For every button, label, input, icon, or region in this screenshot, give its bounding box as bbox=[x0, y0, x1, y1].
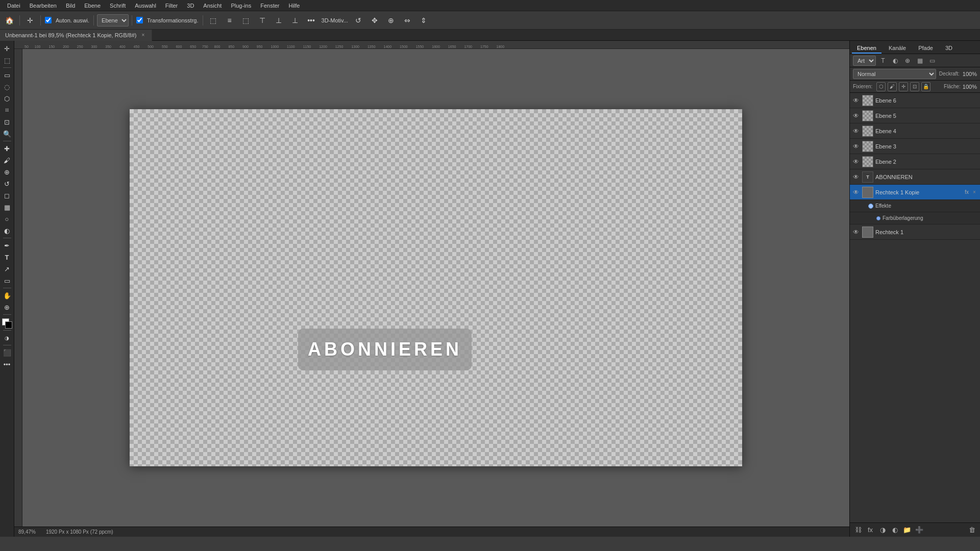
clone-stamp[interactable]: ⊕ bbox=[2, 166, 13, 178]
filter-pixel-btn[interactable]: ▦ bbox=[915, 56, 925, 66]
menu-bearbeiten[interactable]: Bearbeiten bbox=[26, 2, 61, 10]
filter-adj-btn[interactable]: ◐ bbox=[890, 56, 900, 66]
add-adj-btn[interactable]: ◐ bbox=[890, 525, 900, 535]
sublayer-farbuberlagerung[interactable]: Farbüberlagerung bbox=[850, 212, 980, 224]
screen-mode-btn[interactable]: ⬛ bbox=[2, 347, 13, 358]
rotate-3d-btn[interactable]: ↺ bbox=[351, 13, 365, 28]
layer-vis-ebene2[interactable]: 👁 bbox=[852, 158, 860, 165]
pan-3d-btn[interactable]: ✥ bbox=[368, 13, 382, 28]
menu-hilfe[interactable]: Hilfe bbox=[284, 2, 304, 10]
menu-filter[interactable]: Filter bbox=[161, 2, 182, 10]
sublayer-effekte[interactable]: Effekte bbox=[850, 200, 980, 212]
more-options-btn[interactable]: ••• bbox=[304, 13, 318, 28]
layer-vis-rechteck1kopie[interactable]: 👁 bbox=[852, 189, 860, 196]
layer-vis-ebene5[interactable]: 👁 bbox=[852, 112, 860, 119]
align-left-btn[interactable]: ⬚ bbox=[206, 13, 220, 28]
lock-artboard-btn[interactable]: ⊡ bbox=[910, 82, 919, 91]
add-mask-btn[interactable]: ◑ bbox=[877, 525, 888, 535]
layers-filter-dropdown[interactable]: Art bbox=[853, 56, 876, 66]
align-right-btn[interactable]: ⬚ bbox=[239, 13, 253, 28]
menu-fenster[interactable]: Fenster bbox=[256, 2, 283, 10]
hand-tool[interactable]: ✋ bbox=[2, 290, 13, 301]
eraser-tool[interactable]: ◻ bbox=[2, 190, 13, 201]
align-center-btn[interactable]: ≡ bbox=[223, 13, 237, 28]
layer-vis-rechteck1[interactable]: 👁 bbox=[852, 229, 860, 236]
tab-pfade[interactable]: Pfade bbox=[913, 43, 938, 54]
history-brush[interactable]: ↺ bbox=[2, 178, 13, 189]
canvas-container[interactable]: ABONNIEREN bbox=[22, 49, 849, 527]
lock-all-btn[interactable]: 🔒 bbox=[921, 82, 930, 91]
dodge-tool[interactable]: ◐ bbox=[2, 225, 13, 236]
align-bottom-btn[interactable]: ⊥ bbox=[288, 13, 302, 28]
blur-tool[interactable]: ○ bbox=[2, 213, 13, 224]
layer-vis-abonnieren[interactable]: 👁 bbox=[852, 173, 860, 181]
active-tab[interactable]: Unbenannt-1 bei 89,5% (Rechteck 1 Kopie,… bbox=[0, 30, 152, 41]
menu-3d[interactable]: 3D bbox=[183, 2, 198, 10]
new-layer-btn[interactable]: ➕ bbox=[914, 525, 924, 535]
artboard-tool[interactable]: ⬚ bbox=[2, 55, 13, 66]
gradient-tool[interactable]: ▦ bbox=[2, 202, 13, 213]
layer-mode-dropdown[interactable]: Ebene bbox=[97, 14, 129, 27]
quick-mask-btn[interactable]: ◑ bbox=[2, 332, 13, 343]
move-tool-btn[interactable]: ✛ bbox=[23, 13, 37, 28]
tab-ebenen[interactable]: Ebenen bbox=[852, 43, 881, 54]
home-btn[interactable]: 🏠 bbox=[2, 13, 16, 28]
transform-checkbox[interactable] bbox=[136, 17, 143, 23]
zoom-tool[interactable]: ⊕ bbox=[2, 302, 13, 313]
align-top-btn[interactable]: ⊤ bbox=[255, 13, 270, 28]
extra-tools-btn[interactable]: ••• bbox=[2, 359, 13, 370]
menu-datei[interactable]: Datei bbox=[3, 2, 24, 10]
layer-item-ebene6[interactable]: 👁 Ebene 6 bbox=[850, 93, 980, 108]
align-vcenter-btn[interactable]: ⊥ bbox=[272, 13, 286, 28]
shape-tool[interactable]: ▭ bbox=[2, 275, 13, 286]
pen-tool[interactable]: ✒ bbox=[2, 240, 13, 251]
delete-layer-btn[interactable]: 🗑 bbox=[967, 525, 977, 535]
path-selection[interactable]: ↗ bbox=[2, 263, 13, 274]
menu-auswahl[interactable]: Auswahl bbox=[131, 2, 160, 10]
layer-item-ebene2[interactable]: 👁 Ebene 2 bbox=[850, 154, 980, 169]
slide-3d-btn[interactable]: ⇔ bbox=[400, 13, 414, 28]
layer-item-ebene3[interactable]: 👁 Ebene 3 bbox=[850, 139, 980, 154]
tab-close-btn[interactable]: × bbox=[139, 32, 146, 39]
layer-item-ebene4[interactable]: 👁 Ebene 4 bbox=[850, 123, 980, 139]
layer-vis-ebene4[interactable]: 👁 bbox=[852, 128, 860, 135]
menu-schrift[interactable]: Schrift bbox=[106, 2, 130, 10]
link-layers-btn[interactable]: ⛓ bbox=[853, 525, 863, 535]
filter-shape-btn[interactable]: ▭ bbox=[927, 56, 937, 66]
filter-type-btn[interactable]: T bbox=[878, 56, 888, 66]
autoselect-checkbox[interactable] bbox=[45, 17, 52, 23]
menu-plugins[interactable]: Plug-ins bbox=[227, 2, 255, 10]
menu-ansicht[interactable]: Ansicht bbox=[199, 2, 226, 10]
new-group-btn[interactable]: 📁 bbox=[902, 525, 912, 535]
eyedropper-tool[interactable]: 🔍 bbox=[2, 128, 13, 139]
tab-kanale[interactable]: Kanäle bbox=[884, 43, 911, 54]
layer-vis-ebene3[interactable]: 👁 bbox=[852, 143, 860, 150]
filter-smart-btn[interactable]: ⊕ bbox=[902, 56, 913, 66]
lock-image-btn[interactable]: 🖌 bbox=[888, 82, 897, 91]
frame-tool[interactable]: ⊡ bbox=[2, 116, 13, 128]
layer-item-ebene5[interactable]: 👁 Ebene 5 bbox=[850, 108, 980, 123]
tab-3d[interactable]: 3D bbox=[940, 43, 958, 54]
menu-ebene[interactable]: Ebene bbox=[80, 2, 105, 10]
lock-transparent-btn[interactable]: ⬡ bbox=[876, 82, 886, 91]
layer-item-rechteck1[interactable]: 👁 Rechteck 1 bbox=[850, 224, 980, 240]
object-selection[interactable]: ⬡ bbox=[2, 93, 13, 104]
crop-tool[interactable]: ⌗ bbox=[2, 105, 13, 116]
marquee-tool[interactable]: ▭ bbox=[2, 69, 13, 81]
menu-bild[interactable]: Bild bbox=[62, 2, 79, 10]
move-tool[interactable]: ✛ bbox=[2, 43, 13, 54]
layer-delete-btn[interactable]: × bbox=[971, 189, 978, 196]
background-color[interactable] bbox=[5, 321, 12, 329]
blend-mode-dropdown[interactable]: Normal bbox=[853, 69, 936, 79]
color-selector[interactable] bbox=[2, 318, 12, 329]
type-tool[interactable]: T bbox=[2, 252, 13, 263]
zoom-3d-btn[interactable]: ⊕ bbox=[384, 13, 398, 28]
lock-position-btn[interactable]: ✛ bbox=[899, 82, 908, 91]
add-style-btn[interactable]: fx bbox=[865, 525, 875, 535]
scale-3d-btn[interactable]: ⇕ bbox=[416, 13, 431, 28]
lasso-tool[interactable]: ◌ bbox=[2, 81, 13, 92]
brush-tool[interactable]: 🖌 bbox=[2, 155, 13, 166]
healing-brush[interactable]: ✚ bbox=[2, 143, 13, 154]
layer-vis-ebene6[interactable]: 👁 bbox=[852, 97, 860, 104]
layer-item-abonnieren[interactable]: 👁 T ABONNIEREN bbox=[850, 169, 980, 185]
